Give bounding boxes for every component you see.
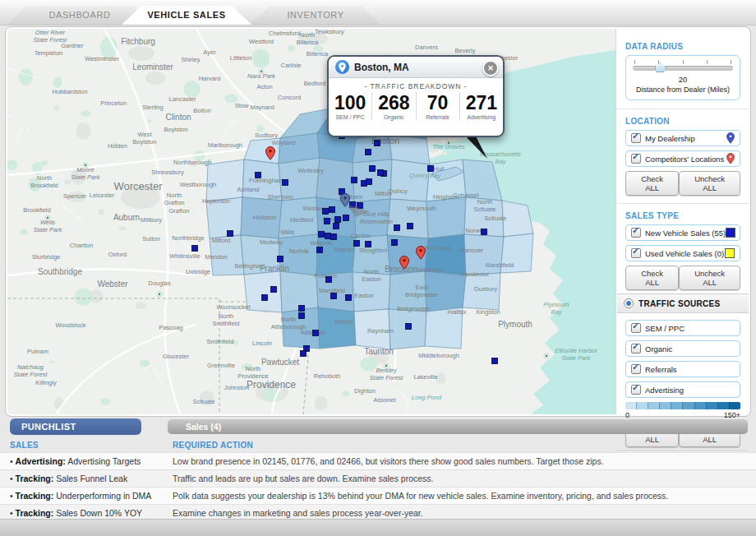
- new-vehicle-sale-marker[interactable]: [313, 330, 319, 336]
- new-vehicle-sale-marker[interactable]: [408, 224, 413, 229]
- new-vehicle-sale-marker[interactable]: [335, 217, 341, 223]
- new-vehicle-sale-marker[interactable]: [299, 313, 305, 319]
- checkbox[interactable]: [631, 364, 641, 374]
- new-vehicle-sale-marker[interactable]: [325, 219, 330, 224]
- new-vehicle-sale-marker[interactable]: [271, 287, 277, 293]
- checkbox[interactable]: [631, 228, 641, 238]
- punchlist-action: Traffic and leads are up but sales are d…: [163, 470, 756, 487]
- map-label: Beverly: [454, 47, 475, 54]
- map-label: Carlisle: [280, 62, 301, 69]
- checkbox-label: Advertising: [645, 386, 684, 395]
- new-vehicle-sale-marker[interactable]: [325, 233, 331, 239]
- checkbox-row-traffic-0[interactable]: SEM / PPC: [625, 320, 740, 336]
- checkbox[interactable]: [631, 154, 641, 164]
- map-canvas[interactable]: Otter RiverState ForestGardnerTempletonF…: [7, 29, 616, 414]
- new-vehicle-sale-marker[interactable]: [352, 178, 357, 183]
- checkbox-row-dealership-pin[interactable]: My Dealership: [625, 130, 740, 146]
- new-vehicle-sale-marker[interactable]: [323, 209, 329, 215]
- punchlist-column-headers: SALES REQUIRED ACTION: [0, 441, 756, 450]
- punchlist-row: • Tracking: Underperforming in DMAPolk d…: [0, 487, 756, 504]
- new-vehicle-sale-marker[interactable]: [492, 358, 498, 364]
- water-label: Quincy Bay: [409, 172, 442, 179]
- water-label: The Graves: [432, 143, 464, 150]
- checkbox-row-sales-1[interactable]: Used Vehicle Sales (0): [625, 245, 740, 261]
- new-vehicle-sale-marker[interactable]: [406, 324, 412, 330]
- punchlist-group-tab[interactable]: Sales (4): [168, 419, 748, 434]
- checkbox[interactable]: [631, 344, 641, 353]
- new-vehicle-sale-marker[interactable]: [262, 295, 268, 301]
- tab-vehicle-sales[interactable]: VEHICLE SALES: [122, 6, 251, 25]
- popup-header[interactable]: Boston, MA ✕: [329, 57, 503, 78]
- checkbox[interactable]: [631, 323, 641, 333]
- close-icon[interactable]: ✕: [482, 60, 499, 76]
- new-vehicle-sale-marker[interactable]: [394, 225, 400, 231]
- terrain-patch: [76, 122, 90, 140]
- new-vehicle-sale-marker[interactable]: [343, 215, 349, 221]
- traffic-stat-0: 100SEM / PPC: [329, 92, 371, 120]
- new-vehicle-sale-marker[interactable]: [301, 351, 307, 357]
- map-label: Holden: [108, 142, 127, 150]
- new-vehicle-sale-marker[interactable]: [370, 166, 376, 172]
- new-vehicle-sale-marker[interactable]: [346, 295, 352, 301]
- traffic-sources-header[interactable]: TRAFFIC SOURCES: [617, 293, 749, 313]
- checkbox-row-traffic-1[interactable]: Organic: [625, 340, 740, 357]
- checkbox[interactable]: [631, 385, 641, 395]
- new-vehicle-sale-marker[interactable]: [331, 293, 337, 299]
- zip-region[interactable]: [464, 234, 504, 275]
- traffic-sources-radio[interactable]: [624, 298, 634, 308]
- new-vehicle-sale-marker[interactable]: [357, 203, 363, 209]
- map-label: Stoughton: [359, 247, 387, 254]
- map-label: Ashland: [237, 186, 259, 193]
- new-vehicle-sale-marker[interactable]: [366, 242, 371, 247]
- harbor-island: [444, 152, 448, 156]
- new-vehicle-sale-marker[interactable]: [428, 166, 434, 172]
- new-vehicle-sale-marker[interactable]: [192, 246, 198, 252]
- map-label: NatchaugState Forest: [14, 363, 48, 378]
- new-vehicle-sale-marker[interactable]: [228, 231, 233, 237]
- map-label: Killingly: [35, 379, 57, 386]
- zip-region[interactable]: [318, 307, 356, 349]
- zip-region[interactable]: [426, 197, 466, 238]
- tab-inventory[interactable]: INVENTORY: [250, 6, 381, 25]
- zip-region[interactable]: [390, 159, 430, 201]
- new-vehicle-sale-marker[interactable]: [482, 229, 487, 235]
- new-vehicle-sale-marker[interactable]: [354, 241, 360, 247]
- new-vehicle-sale-marker[interactable]: [331, 234, 337, 240]
- checkbox[interactable]: [631, 248, 641, 258]
- park-icon: [546, 355, 548, 358]
- new-vehicle-sale-marker[interactable]: [299, 306, 305, 312]
- map-label: Spencer: [63, 192, 86, 200]
- new-vehicle-sale-marker[interactable]: [319, 232, 325, 238]
- terrain-patch: [21, 229, 28, 234]
- new-vehicle-sale-marker[interactable]: [392, 240, 398, 246]
- new-vehicle-sale-marker[interactable]: [366, 179, 372, 185]
- new-vehicle-sale-marker[interactable]: [256, 173, 261, 178]
- radius-slider-track[interactable]: [633, 66, 733, 71]
- sales-check-all-button[interactable]: Check ALL: [625, 266, 679, 290]
- location-pin-icon: [335, 60, 349, 74]
- new-vehicle-sale-marker[interactable]: [366, 150, 371, 155]
- new-vehicle-sale-marker[interactable]: [283, 180, 288, 186]
- map-svg: Otter RiverState ForestGardnerTempletonF…: [7, 29, 615, 414]
- new-vehicle-sale-marker[interactable]: [278, 256, 284, 262]
- map-label: Uxbridge: [186, 268, 210, 275]
- checkbox-row-traffic-3[interactable]: Advertising: [625, 381, 740, 398]
- new-vehicle-sale-marker[interactable]: [317, 247, 323, 253]
- checkbox-row-sales-0[interactable]: New Vehicle Sales (55): [625, 224, 740, 241]
- map-label: Harvard: [199, 75, 221, 82]
- new-vehicle-sale-marker[interactable]: [378, 170, 384, 176]
- location-check-all-button[interactable]: Check ALL: [625, 171, 679, 196]
- checkbox-row-competitor-pin[interactable]: Competitors' Locations: [625, 150, 740, 167]
- sales-uncheck-all-button[interactable]: Uncheck ALL: [679, 266, 740, 290]
- checkbox-row-traffic-2[interactable]: Referrals: [625, 361, 740, 377]
- terrain-patch: [288, 45, 295, 52]
- new-vehicle-sale-marker[interactable]: [330, 207, 335, 213]
- map-label: Pawtucket: [261, 358, 299, 367]
- checkbox[interactable]: [631, 133, 641, 143]
- location-uncheck-all-button[interactable]: Uncheck ALL: [679, 171, 740, 196]
- new-vehicle-sale-marker[interactable]: [326, 277, 332, 283]
- punchlist-tab[interactable]: PUNCHLIST: [10, 418, 141, 435]
- new-vehicle-sale-marker[interactable]: [375, 141, 380, 146]
- new-vehicle-sale-marker[interactable]: [334, 224, 339, 229]
- terrain-patch: [148, 119, 152, 122]
